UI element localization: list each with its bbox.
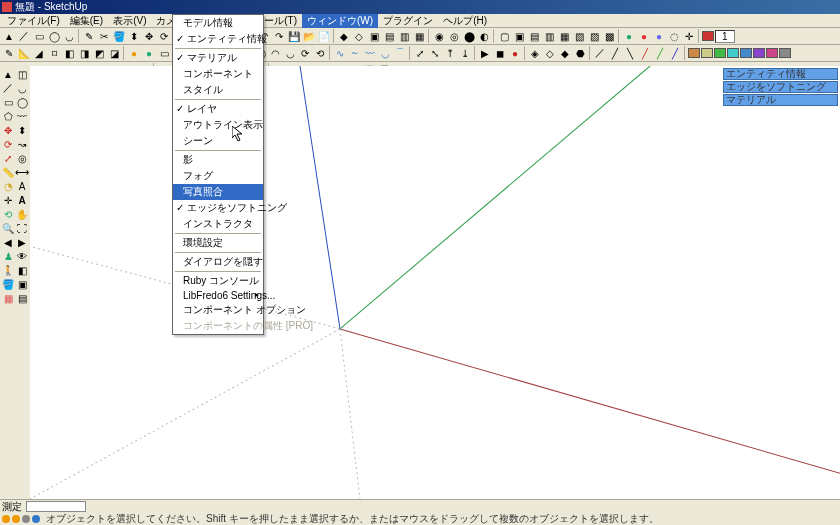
lt-scale[interactable]: ⤢ [1,151,15,165]
render-3[interactable]: ● [652,29,666,43]
menu-item[interactable]: ✓ エンティティ情報 [173,31,263,47]
render-1[interactable]: ● [622,29,636,43]
lt-circle[interactable]: ◯ [15,95,29,109]
misc-1[interactable]: ◈ [528,46,542,60]
panel-entity-info[interactable]: エンティティ情報 [723,68,838,80]
shape3d-4[interactable]: ◠ [268,46,282,60]
menu-item[interactable]: ✓ レイヤ [173,101,263,117]
lt-zoomwin[interactable]: ⛶ [15,221,29,235]
lt-prev[interactable]: ◀ [1,235,15,249]
menu-view[interactable]: 表示(V) [108,14,151,28]
tb2-10[interactable]: ● [142,46,156,60]
render-2[interactable]: ● [637,29,651,43]
lt-line[interactable]: ／ [1,81,15,95]
tb2-11[interactable]: ▭ [157,46,171,60]
measure-input[interactable] [26,501,86,512]
shape3d-5[interactable]: ◡ [283,46,297,60]
lt-prot[interactable]: ◔ [1,179,15,193]
shape3d-7[interactable]: ⟲ [313,46,327,60]
tb2-6[interactable]: ◨ [77,46,91,60]
misc-2[interactable]: ◇ [543,46,557,60]
arc-icon[interactable]: ◡ [62,29,76,43]
menu-item[interactable]: スタイル [173,82,263,98]
open-icon[interactable]: 📂 [302,29,316,43]
lt-look[interactable]: 👁 [15,249,29,263]
xform-4[interactable]: ⤓ [458,46,472,60]
lt-walk[interactable]: 🚶 [1,263,15,277]
lt-free[interactable]: 〰 [15,109,29,123]
tape-icon[interactable]: ✂ [97,29,111,43]
lt-layer[interactable]: ▤ [15,291,29,305]
tb2-7[interactable]: ◩ [92,46,106,60]
menu-edit[interactable]: 編集(E) [65,14,108,28]
lt-arc[interactable]: ◡ [15,81,29,95]
lt-orbit[interactable]: ⟲ [1,207,15,221]
style-1[interactable]: ／ [593,46,607,60]
menu-help[interactable]: ヘルプ(H) [438,14,492,28]
tb2-5[interactable]: ◧ [62,46,76,60]
tb2-3[interactable]: ◢ [32,46,46,60]
plugin-btn-2[interactable]: ◇ [352,29,366,43]
lt-dim[interactable]: ⟷ [15,165,29,179]
lt-group[interactable]: ▦ [1,291,15,305]
style-6[interactable]: ╱ [668,46,682,60]
lt-rotate[interactable]: ⟳ [1,137,15,151]
render-4[interactable]: ◌ [667,29,681,43]
xform-3[interactable]: ⤒ [443,46,457,60]
menu-item[interactable]: ✓ エッジをソフトニング [173,200,263,216]
menu-item[interactable]: ✓ マテリアル [173,50,263,66]
lt-offset[interactable]: ◎ [15,151,29,165]
menu-item[interactable]: ダイアログを隠す [173,254,263,270]
tb2-9[interactable]: ● [127,46,141,60]
menu-item[interactable]: シーン [173,133,263,149]
panel-soften-edges[interactable]: エッジをソフトニング [723,81,838,93]
xform-1[interactable]: ⤢ [413,46,427,60]
sw-4[interactable] [727,48,739,58]
style-5[interactable]: ╱ [653,46,667,60]
new-icon[interactable]: 📄 [317,29,331,43]
curve-3[interactable]: 〰 [363,46,377,60]
xform-2[interactable]: ⤡ [428,46,442,60]
play-icon[interactable]: ▶ [478,46,492,60]
box7-icon[interactable]: ▨ [587,29,601,43]
menu-item[interactable]: アウトライン表示 [173,117,263,133]
sw-5[interactable] [740,48,752,58]
select-icon[interactable]: ▲ [2,29,16,43]
box5-icon[interactable]: ▦ [557,29,571,43]
sw-1[interactable] [688,48,700,58]
sw-6[interactable] [753,48,765,58]
box8-icon[interactable]: ▩ [602,29,616,43]
lt-zoom[interactable]: 🔍 [1,221,15,235]
tb2-8[interactable]: ◪ [107,46,121,60]
curve-2[interactable]: ～ [348,46,362,60]
menu-item[interactable]: コンポーネント [173,66,263,82]
pushpull-icon[interactable]: ⬍ [127,29,141,43]
lt-paint[interactable]: 🪣 [1,277,15,291]
box4-icon[interactable]: ▥ [542,29,556,43]
rec-icon[interactable]: ● [508,46,522,60]
circle-icon[interactable]: ◯ [47,29,61,43]
lt-eraser[interactable]: ◫ [15,67,29,81]
tb2-2[interactable]: 📐 [17,46,31,60]
tb2-4[interactable]: ⌑ [47,46,61,60]
menu-item[interactable]: Ruby コンソール [173,273,263,289]
plugin-btn-6[interactable]: ▦ [412,29,426,43]
sw-8[interactable] [779,48,791,58]
menu-item[interactable]: LibFredo6 Settings... [173,289,263,302]
lt-rect[interactable]: ▭ [1,95,15,109]
box2-icon[interactable]: ▣ [512,29,526,43]
lt-comp[interactable]: ▣ [15,277,29,291]
lt-select[interactable]: ▲ [1,67,15,81]
plugin-btn-7[interactable]: ◉ [432,29,446,43]
curve-4[interactable]: ◡ [378,46,392,60]
eraser-icon[interactable]: ✎ [82,29,96,43]
redo-icon[interactable]: ↷ [272,29,286,43]
lt-next[interactable]: ▶ [15,235,29,249]
misc-4[interactable]: ⬣ [573,46,587,60]
menu-item[interactable]: コンポーネント オプション [173,302,263,318]
paint-icon[interactable]: 🪣 [112,29,126,43]
lt-pan[interactable]: ✋ [15,207,29,221]
curve-1[interactable]: ∿ [333,46,347,60]
stop-icon[interactable]: ◼ [493,46,507,60]
shape3d-6[interactable]: ⟳ [298,46,312,60]
